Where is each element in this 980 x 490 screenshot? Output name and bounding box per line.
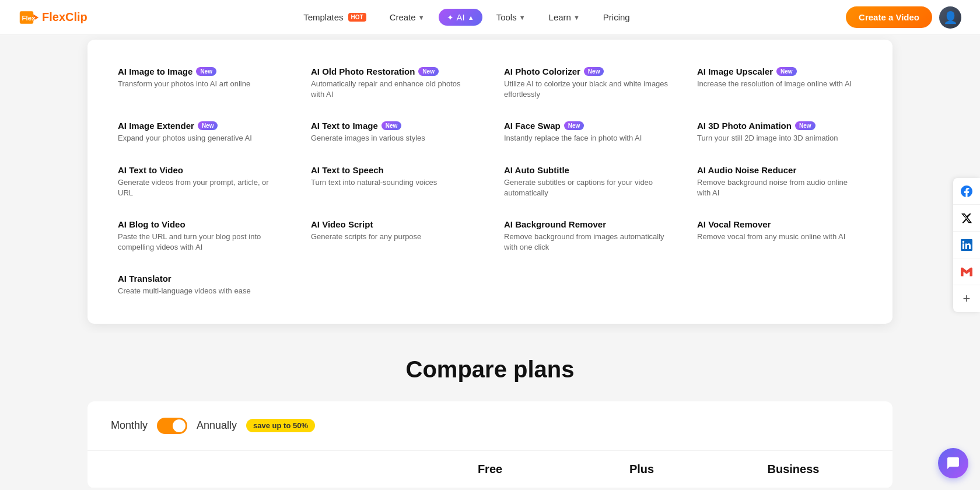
menu-item-video-script[interactable]: AI Video Script Generate scripts for any… xyxy=(304,211,483,261)
new-badge: New xyxy=(564,121,584,130)
chevron-down-icon: ▼ xyxy=(418,14,425,21)
menu-item-old-photo[interactable]: AI Old Photo Restoration New Automatical… xyxy=(304,58,483,108)
ai-menu-grid: AI Image to Image New Transform your pho… xyxy=(111,58,869,305)
menu-item-title: AI Text to Speech xyxy=(311,165,476,175)
billing-toggle[interactable] xyxy=(157,418,187,434)
new-badge: New xyxy=(584,67,604,76)
hot-badge: HOT xyxy=(348,13,366,22)
menu-item-desc: Create multi-language videos with ease xyxy=(118,286,283,296)
nav-templates[interactable]: Templates HOT xyxy=(294,8,375,27)
chat-button[interactable] xyxy=(938,448,968,478)
menu-item-title: AI Image Upscaler New xyxy=(697,66,862,76)
menu-item-desc: Paste the URL and turn your blog post in… xyxy=(118,232,283,253)
new-badge: New xyxy=(776,67,797,76)
compare-title: Compare plans xyxy=(0,356,980,383)
plan-plus: Plus xyxy=(566,463,718,476)
menu-item-desc: Remove vocal from any music online with … xyxy=(697,232,862,242)
menu-item-title: AI Video Script xyxy=(311,219,476,229)
menu-item-desc: Generate videos from your prompt, articl… xyxy=(118,177,283,198)
nav-center: Templates HOT Create ▼ ✦ AI ▲ Tools ▼ Le… xyxy=(294,8,639,27)
plans-header: Free Plus Business xyxy=(88,451,892,488)
facebook-button[interactable] xyxy=(953,178,980,205)
nav-tools-label: Tools xyxy=(496,12,517,22)
menu-item-text-to-image[interactable]: AI Text to Image New Generate images in … xyxy=(304,113,483,152)
menu-item-desc: Automatically repair and enhance old pho… xyxy=(311,79,476,100)
create-video-button[interactable]: Create a Video xyxy=(846,6,932,28)
menu-item-photo-colorizer[interactable]: AI Photo Colorizer New Utilize AI to col… xyxy=(497,58,676,108)
chevron-up-icon: ▲ xyxy=(468,14,474,21)
chevron-down-icon: ▼ xyxy=(573,14,580,21)
star-icon: ✦ xyxy=(447,13,454,22)
ai-dropdown-panel: AI Image to Image New Transform your pho… xyxy=(88,40,892,324)
nav-tools[interactable]: Tools ▼ xyxy=(487,8,535,27)
new-badge: New xyxy=(196,67,216,76)
menu-item-auto-subtitle[interactable]: AI Auto Subtitle Generate subtitles or c… xyxy=(497,157,676,206)
menu-item-desc: Remove background noise from audio onlin… xyxy=(697,177,862,198)
nav-pricing-label: Pricing xyxy=(603,12,630,22)
nav-ai-label: AI xyxy=(457,12,465,22)
menu-item-3d-animation[interactable]: AI 3D Photo Animation New Turn your stil… xyxy=(690,113,869,152)
menu-item-desc: Generate images in various styles xyxy=(311,133,476,144)
new-badge: New xyxy=(382,121,402,130)
menu-item-image-to-image[interactable]: AI Image to Image New Transform your pho… xyxy=(111,58,290,108)
chevron-down-icon: ▼ xyxy=(519,14,526,21)
new-badge: New xyxy=(795,121,816,130)
linkedin-button[interactable] xyxy=(953,232,980,258)
menu-item-translator[interactable]: AI Translator Create multi-language vide… xyxy=(111,265,290,304)
compare-section: Compare plans Monthly Annually save up t… xyxy=(0,333,980,488)
menu-item-title: AI Photo Colorizer New xyxy=(504,66,669,76)
new-badge: New xyxy=(418,67,439,76)
menu-item-desc: Turn your still 2D image into 3D animati… xyxy=(697,133,862,144)
menu-item-desc: Turn text into natural-sounding voices xyxy=(311,177,476,188)
plans-empty-col xyxy=(111,463,414,476)
nav-create[interactable]: Create ▼ xyxy=(380,8,434,27)
menu-item-desc: Utilize AI to colorize your black and wh… xyxy=(504,79,669,100)
logo-text: FlexClip xyxy=(42,10,88,24)
plans-container: Monthly Annually save up to 50% Free Plu… xyxy=(88,401,892,488)
menu-item-face-swap[interactable]: AI Face Swap New Instantly replace the f… xyxy=(497,113,676,152)
billing-monthly: Monthly xyxy=(111,419,148,432)
twitter-button[interactable] xyxy=(953,205,980,232)
avatar[interactable]: 👤 xyxy=(939,6,961,29)
billing-row: Monthly Annually save up to 50% xyxy=(88,401,892,451)
menu-item-title: AI Translator xyxy=(118,274,283,284)
menu-item-title: AI Vocal Remover xyxy=(697,219,862,229)
nav-pricing[interactable]: Pricing xyxy=(594,8,639,27)
menu-item-title: AI Blog to Video xyxy=(118,219,283,229)
menu-item-vocal-remover[interactable]: AI Vocal Remover Remove vocal from any m… xyxy=(690,211,869,261)
menu-item-title: AI 3D Photo Animation New xyxy=(697,121,862,131)
menu-item-title: AI Old Photo Restoration New xyxy=(311,66,476,76)
menu-item-title: AI Face Swap New xyxy=(504,121,669,131)
menu-item-desc: Generate subtitles or captions for your … xyxy=(504,177,669,198)
navbar: Flex FlexClip Templates HOT Create ▼ ✦ A… xyxy=(0,0,980,35)
menu-item-title: AI Auto Subtitle xyxy=(504,165,669,175)
menu-item-title: AI Background Remover xyxy=(504,219,669,229)
logo-icon: Flex xyxy=(19,7,40,28)
plan-free: Free xyxy=(414,463,566,476)
menu-item-desc: Remove background from images automatica… xyxy=(504,232,669,253)
nav-templates-label: Templates xyxy=(303,12,343,22)
nav-ai[interactable]: ✦ AI ▲ xyxy=(439,9,482,26)
menu-item-text-to-speech[interactable]: AI Text to Speech Turn text into natural… xyxy=(304,157,483,206)
nav-create-label: Create xyxy=(390,12,416,22)
menu-item-text-to-video[interactable]: AI Text to Video Generate videos from yo… xyxy=(111,157,290,206)
toggle-knob xyxy=(173,419,186,432)
save-badge: save up to 50% xyxy=(246,419,315,432)
nav-learn[interactable]: Learn ▼ xyxy=(540,8,589,27)
menu-item-bg-remover[interactable]: AI Background Remover Remove background … xyxy=(497,211,676,261)
menu-item-desc: Instantly replace the face in photo with… xyxy=(504,133,669,144)
main-content: AI Image to Image New Transform your pho… xyxy=(0,0,980,488)
menu-item-title: AI Image Extender New xyxy=(118,121,283,131)
menu-item-audio-noise[interactable]: AI Audio Noise Reducer Remove background… xyxy=(690,157,869,206)
menu-item-image-extender[interactable]: AI Image Extender New Expand your photos… xyxy=(111,113,290,152)
menu-item-title: AI Image to Image New xyxy=(118,66,283,76)
menu-item-blog-to-video[interactable]: AI Blog to Video Paste the URL and turn … xyxy=(111,211,290,261)
logo[interactable]: Flex FlexClip xyxy=(19,7,88,28)
social-sidebar: + xyxy=(953,178,980,312)
email-button[interactable] xyxy=(953,258,980,285)
nav-learn-label: Learn xyxy=(549,12,571,22)
more-button[interactable]: + xyxy=(953,285,980,312)
menu-item-image-upscaler[interactable]: AI Image Upscaler New Increase the resol… xyxy=(690,58,869,108)
menu-item-desc: Generate scripts for any purpose xyxy=(311,232,476,242)
menu-item-desc: Transform your photos into AI art online xyxy=(118,79,283,89)
